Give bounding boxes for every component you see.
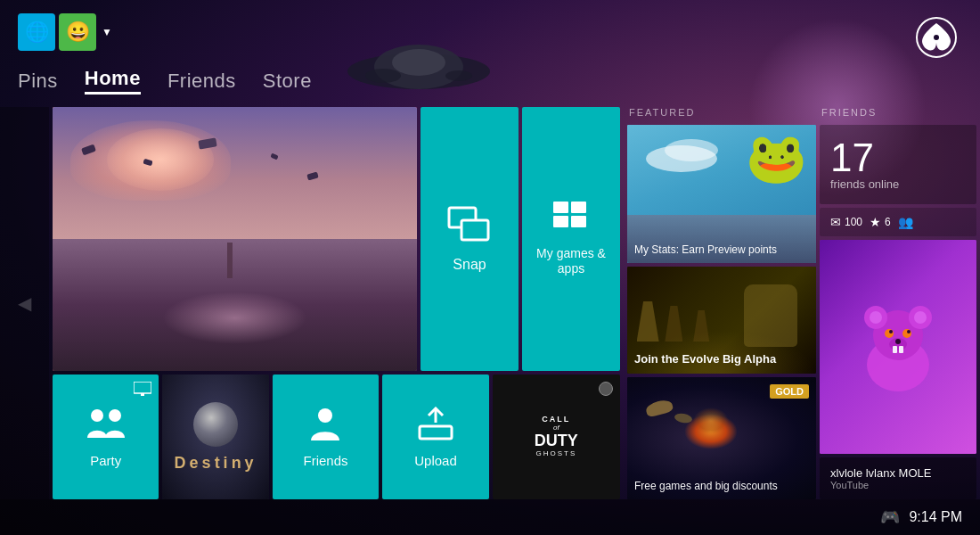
- friends-count-label: friends online: [830, 177, 966, 191]
- star-badge: ★ 6: [870, 215, 891, 229]
- mail-badge: ✉ 100: [830, 215, 862, 229]
- mail-icon: ✉: [830, 215, 841, 229]
- svg-point-6: [934, 35, 939, 40]
- svg-point-16: [109, 409, 121, 422]
- tiles-top-row: Snap My games & apps: [53, 107, 620, 371]
- mygames-label: My games & apps: [531, 246, 611, 276]
- avatar-1[interactable]: 🌐: [18, 13, 55, 51]
- cod-tile[interactable]: CALL of DUTY GHOSTS: [493, 374, 620, 499]
- party-icon: [84, 407, 128, 448]
- friends-badges-row: ✉ 100 ★ 6 👥: [820, 208, 976, 236]
- evolve-tile-text: Join the Evolve Big Alpha: [634, 352, 809, 366]
- party-tile[interactable]: Party: [53, 374, 159, 499]
- cod-disc-icon: [599, 382, 613, 396]
- svg-point-15: [91, 409, 103, 422]
- mygames-icon: [553, 202, 589, 239]
- friends-username: xlvlole lvlanx MOLE: [830, 466, 966, 480]
- friends-count-number: 17: [830, 138, 966, 177]
- destiny-tile[interactable]: Destiny: [162, 374, 268, 499]
- tiles-bottom-row: Party Destiny Friends: [53, 374, 620, 499]
- svg-rect-13: [134, 382, 151, 393]
- people-icon: 👥: [898, 215, 913, 229]
- tv-icon: [134, 382, 151, 399]
- user-icons: 🌐 😀 ▼: [18, 13, 112, 51]
- people-badge: 👥: [898, 215, 913, 229]
- destiny-logo-text: Destiny: [175, 454, 257, 473]
- landscape-art: [53, 107, 417, 371]
- featured-game-tile[interactable]: [53, 107, 417, 371]
- svg-point-25: [914, 311, 927, 324]
- gold-tile-text: Free games and big discounts: [634, 480, 809, 492]
- snap-tile[interactable]: Snap: [421, 107, 519, 371]
- svg-rect-32: [893, 346, 897, 353]
- topbar: 🌐 😀 ▼: [0, 0, 980, 116]
- avatar-2-emoji: 😀: [66, 21, 90, 44]
- upload-tile[interactable]: Upload: [382, 374, 488, 499]
- bear-art: [820, 240, 976, 454]
- mygames-tile[interactable]: My games & apps: [522, 107, 620, 371]
- friends-icon: [306, 407, 346, 448]
- preview-character: 🐸: [746, 129, 807, 187]
- svg-rect-18: [420, 426, 452, 439]
- svg-rect-10: [571, 202, 586, 213]
- mail-count: 100: [845, 216, 862, 228]
- friends-count-tile: 17 friends online: [820, 125, 976, 204]
- xbox-logo: [915, 16, 958, 59]
- svg-rect-8: [461, 220, 488, 240]
- svg-point-24: [870, 311, 882, 324]
- friends-activity: YouTube: [830, 480, 966, 490]
- friends-user-tile[interactable]: xlvlole lvlanx MOLE YouTube: [820, 457, 976, 499]
- friends-label: Friends: [304, 453, 348, 468]
- avatar-2[interactable]: 😀: [59, 13, 96, 51]
- destiny-art: Destiny: [162, 374, 268, 499]
- snap-icon: [447, 206, 492, 250]
- svg-point-27: [902, 329, 911, 338]
- friends-right-panel: FRIENDS 17 friends online ✉ 100 ★ 6 👥: [820, 107, 980, 499]
- star-icon: ★: [870, 215, 881, 229]
- party-label: Party: [90, 453, 121, 468]
- controller-icon: 🎮: [880, 507, 900, 527]
- friends-tile[interactable]: Friends: [273, 374, 379, 499]
- main-tiles: Snap My games & apps: [49, 107, 624, 499]
- svg-rect-11: [553, 216, 568, 227]
- featured-gold-tile[interactable]: GOLD Free games and big discounts: [627, 377, 816, 499]
- svg-point-28: [889, 330, 893, 333]
- avatar-1-emoji: 🌐: [25, 21, 49, 44]
- svg-point-17: [318, 408, 332, 423]
- bottom-bar: 🎮 9:14 PM: [0, 499, 980, 535]
- snap-label: Snap: [453, 257, 486, 273]
- svg-rect-9: [553, 202, 568, 213]
- upload-icon: [418, 407, 453, 448]
- featured-evolve-tile[interactable]: Join the Evolve Big Alpha: [627, 267, 816, 374]
- left-edge-panel: ◀: [0, 107, 49, 499]
- featured-stats-tile[interactable]: 🐸 My Stats: Earn Preview points: [627, 125, 816, 263]
- time-display: 9:14 PM: [909, 509, 962, 525]
- svg-point-26: [885, 329, 894, 338]
- svg-point-29: [907, 330, 911, 333]
- svg-rect-12: [571, 216, 586, 227]
- gold-badge: GOLD: [770, 384, 809, 399]
- friends-game-art-tile[interactable]: [820, 240, 976, 454]
- svg-rect-14: [141, 393, 144, 396]
- featured-panel: FEATURED 🐸 My Stats: Earn Preview points: [624, 107, 820, 499]
- destiny-sphere: [193, 402, 238, 447]
- svg-point-31: [895, 339, 901, 344]
- cod-title: CALL of DUTY GHOSTS: [535, 416, 578, 457]
- chevron-down-icon[interactable]: ▼: [102, 26, 112, 38]
- star-count: 6: [885, 216, 891, 228]
- svg-rect-33: [899, 346, 903, 353]
- upload-label: Upload: [414, 453, 457, 468]
- content-area: ◀: [0, 107, 980, 499]
- stats-tile-text: My Stats: Earn Preview points: [634, 243, 809, 256]
